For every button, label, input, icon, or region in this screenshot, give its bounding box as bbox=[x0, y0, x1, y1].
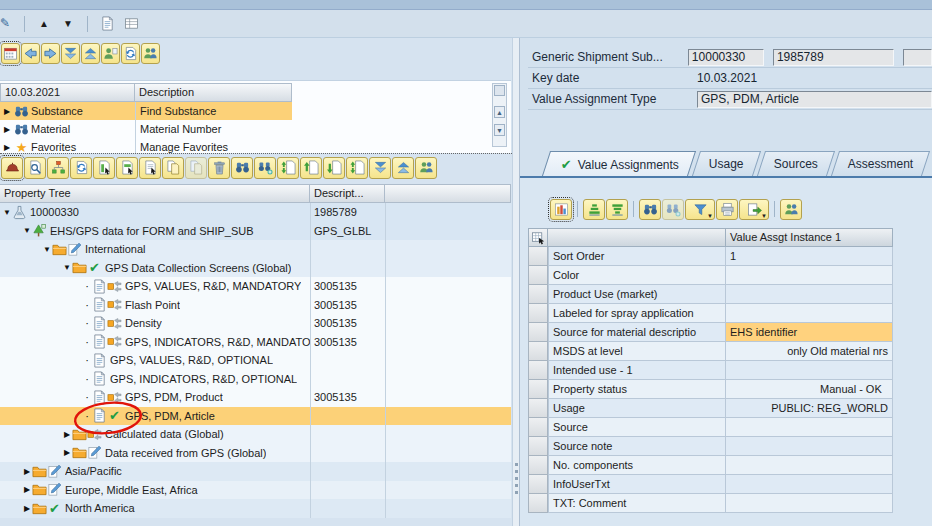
tree-row[interactable]: ·✔GPS, PDM, Article bbox=[0, 407, 511, 426]
tree-row[interactable]: ·Density3005135 bbox=[0, 314, 511, 333]
characteristic-value-cell[interactable] bbox=[726, 494, 893, 513]
tree-row[interactable]: ·GPS, INDICATORS, R&D, MANDATO3005135 bbox=[0, 333, 511, 352]
create-button[interactable] bbox=[93, 157, 115, 179]
move-down-button[interactable] bbox=[323, 157, 345, 179]
export-button[interactable]: ▼ bbox=[739, 199, 769, 220]
characteristic-value-cell[interactable] bbox=[726, 418, 893, 437]
scroll-up-button[interactable]: ▲ bbox=[494, 106, 505, 118]
tree-expander-icon[interactable]: ▶ bbox=[22, 504, 32, 513]
hierarchy-button[interactable] bbox=[47, 157, 69, 179]
substance-extra-field[interactable] bbox=[903, 49, 932, 66]
expand-arrow-icon[interactable]: ▶ bbox=[2, 107, 12, 116]
tree-expander-icon[interactable]: ▼ bbox=[22, 226, 32, 235]
reorder-button[interactable] bbox=[346, 157, 368, 179]
collaboration-button[interactable] bbox=[141, 43, 160, 64]
row-selector-button[interactable] bbox=[528, 266, 548, 285]
tab-value-assignments[interactable]: ✔Value Assignments bbox=[542, 151, 696, 176]
find-next-button[interactable] bbox=[254, 157, 276, 179]
collapse-subtree-button[interactable] bbox=[392, 157, 414, 179]
edit-button[interactable]: ✎ bbox=[0, 15, 14, 33]
tree-expander-icon[interactable]: ▼ bbox=[42, 245, 52, 254]
quick-table-scrollbar[interactable]: ▲ ▼ bbox=[492, 83, 507, 147]
key-date-button[interactable] bbox=[1, 43, 20, 64]
tree-row[interactable]: ▼EHS/GPS data for FORM and SHIP_SUBGPS_G… bbox=[0, 222, 511, 241]
row-selector-button[interactable] bbox=[528, 475, 548, 494]
tree-row[interactable]: ▶Calculated data (Global) bbox=[0, 425, 511, 444]
tree-expander-icon[interactable]: ▶ bbox=[62, 430, 72, 439]
print-button[interactable] bbox=[716, 199, 738, 220]
display-button[interactable] bbox=[24, 157, 46, 179]
tab-assessment[interactable]: Assessment bbox=[831, 151, 930, 176]
characteristic-value-cell[interactable] bbox=[726, 437, 893, 456]
display-document-button[interactable] bbox=[98, 15, 116, 33]
sort-ascending-button[interactable] bbox=[583, 199, 605, 220]
scroll-down-button[interactable]: ▼ bbox=[494, 124, 505, 136]
tree-row[interactable]: ▼International bbox=[0, 240, 511, 259]
move-up-button[interactable] bbox=[300, 157, 322, 179]
find-button[interactable] bbox=[231, 157, 253, 179]
scrollbar-thumb[interactable] bbox=[494, 85, 505, 96]
substance-workbench-button[interactable] bbox=[1, 157, 23, 179]
paste-button[interactable] bbox=[185, 157, 207, 179]
tree-row[interactable]: ·GPS, VALUES, R&D, MANDATORY3005135 bbox=[0, 277, 511, 296]
tree-expander-icon[interactable]: ▶ bbox=[22, 467, 32, 476]
tree-row[interactable]: ▶Asia/Pacific bbox=[0, 462, 511, 481]
forward-button[interactable] bbox=[41, 43, 60, 64]
tree-expander-icon[interactable]: ▶ bbox=[22, 485, 32, 494]
tree-row[interactable]: ·GPS, PDM, Product3005135 bbox=[0, 388, 511, 407]
find-next-button[interactable] bbox=[662, 199, 684, 220]
characteristic-value-cell[interactable] bbox=[726, 304, 893, 323]
tree-row[interactable]: ·GPS, VALUES, R&D, OPTIONAL bbox=[0, 351, 511, 370]
edit-entry-button[interactable] bbox=[139, 157, 161, 179]
copy-button[interactable] bbox=[162, 157, 184, 179]
row-selector-button[interactable] bbox=[528, 285, 548, 304]
tree-row[interactable]: ▼✔GPS Data Collection Screens (Global) bbox=[0, 259, 511, 278]
characteristic-value-cell[interactable]: EHS identifier bbox=[726, 323, 893, 342]
row-selector-button[interactable] bbox=[528, 437, 548, 456]
tab-usage[interactable]: Usage bbox=[692, 151, 761, 176]
panel-splitter[interactable] bbox=[512, 38, 520, 526]
row-selector-button[interactable] bbox=[528, 247, 548, 266]
sort-descending-button[interactable] bbox=[606, 199, 628, 220]
delete-button[interactable] bbox=[208, 157, 230, 179]
details-button[interactable] bbox=[550, 199, 572, 220]
tree-row[interactable]: ·GPS, INDICATORS, R&D, OPTIONAL bbox=[0, 370, 511, 389]
expand-all-button[interactable] bbox=[61, 43, 80, 64]
characteristic-value-cell[interactable]: 1 bbox=[726, 247, 893, 266]
find-button[interactable] bbox=[639, 199, 661, 220]
previous-button[interactable]: ▲ bbox=[35, 15, 53, 33]
collaboration-button[interactable] bbox=[780, 199, 802, 220]
next-button[interactable]: ▼ bbox=[59, 15, 77, 33]
substance-key-field[interactable]: 10000330 bbox=[688, 49, 764, 66]
row-selector-button[interactable] bbox=[528, 342, 548, 361]
characteristic-value-cell[interactable] bbox=[726, 285, 893, 304]
row-selector-button[interactable] bbox=[528, 399, 548, 418]
row-selector-button[interactable] bbox=[528, 380, 548, 399]
row-selector-button[interactable] bbox=[528, 304, 548, 323]
collapse-all-button[interactable] bbox=[81, 43, 100, 64]
row-selector-button[interactable] bbox=[528, 418, 548, 437]
row-selector-button[interactable] bbox=[528, 456, 548, 475]
row-selector-button[interactable] bbox=[528, 361, 548, 380]
user-profile-button[interactable] bbox=[101, 43, 120, 64]
tree-expander-icon[interactable]: ▼ bbox=[2, 208, 12, 217]
substance-number-field[interactable]: 1985789 bbox=[773, 49, 894, 66]
tree-row[interactable]: ·Flash Point3005135 bbox=[0, 296, 511, 315]
value-assignment-type-field[interactable]: GPS, PDM, Article bbox=[697, 91, 932, 108]
tree-row[interactable]: ▶Data received from GPS (Global) bbox=[0, 444, 511, 463]
row-selector-button[interactable] bbox=[528, 494, 548, 513]
row-selector-button[interactable] bbox=[528, 323, 548, 342]
characteristic-value-cell[interactable]: Manual - OK bbox=[726, 380, 893, 399]
characteristic-value-cell[interactable] bbox=[726, 475, 893, 494]
quick-table-row[interactable]: ▶MaterialMaterial Number bbox=[0, 120, 292, 138]
move-entry-button[interactable] bbox=[277, 157, 299, 179]
characteristic-value-cell[interactable]: PUBLIC: REG_WORLD bbox=[726, 399, 893, 418]
tree-expander-icon[interactable]: ▶ bbox=[62, 448, 72, 457]
characteristic-value-cell[interactable] bbox=[726, 361, 893, 380]
back-button[interactable] bbox=[21, 43, 40, 64]
refresh-button[interactable] bbox=[121, 43, 140, 64]
characteristic-value-cell[interactable] bbox=[726, 456, 893, 475]
filter-button[interactable]: ▼ bbox=[685, 199, 715, 220]
characteristic-value-cell[interactable] bbox=[726, 266, 893, 285]
expand-arrow-icon[interactable]: ▶ bbox=[2, 125, 12, 134]
